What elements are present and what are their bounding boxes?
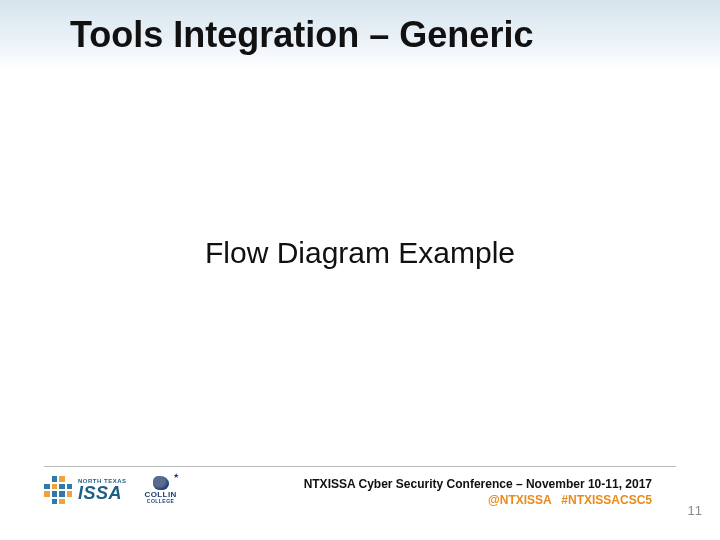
footer: NORTH TEXAS ISSA ★ COLLIN COLLEGE NTXISS…	[0, 466, 720, 522]
footer-logos: NORTH TEXAS ISSA ★ COLLIN COLLEGE	[44, 476, 177, 504]
hashtag: #NTXISSACSC5	[561, 493, 652, 507]
collin-sub: COLLEGE	[147, 499, 175, 504]
footer-text: NTXISSA Cyber Security Conference – Nove…	[304, 476, 652, 508]
page-number: 11	[688, 503, 702, 518]
collin-college-logo: ★ COLLIN COLLEGE	[145, 476, 177, 504]
twitter-handle: @NTXISSA	[488, 493, 551, 507]
conference-line: NTXISSA Cyber Security Conference – Nove…	[304, 476, 652, 492]
issa-mark-icon	[44, 476, 72, 504]
ntx-issa-logo: NORTH TEXAS ISSA	[44, 476, 127, 504]
cougar-icon	[153, 476, 169, 490]
issa-text: NORTH TEXAS ISSA	[78, 478, 127, 502]
footer-divider	[44, 466, 676, 467]
slide: Tools Integration – Generic Flow Diagram…	[0, 0, 720, 540]
issa-main-label: ISSA	[78, 484, 127, 502]
social-line: @NTXISSA #NTXISSACSC5	[304, 492, 652, 508]
star-icon: ★	[173, 472, 179, 479]
title-band: Tools Integration – Generic	[0, 0, 720, 70]
body-heading: Flow Diagram Example	[0, 236, 720, 270]
slide-title: Tools Integration – Generic	[70, 14, 533, 56]
